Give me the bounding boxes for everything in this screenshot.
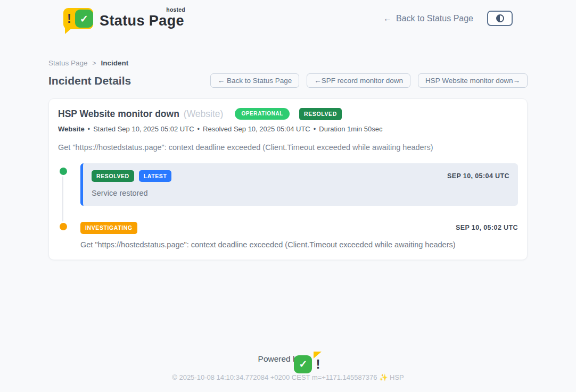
- incident-card: HSP Website monitor down (Website) OPERA…: [48, 98, 528, 260]
- latest-badge: LATEST: [139, 170, 172, 182]
- breadcrumb: Status Page > Incident: [48, 59, 528, 67]
- meta-duration: Duration 1min 50sec: [319, 125, 382, 133]
- logo-exclamation-glyph: !: [67, 11, 71, 26]
- update-message: Service restored: [92, 189, 509, 197]
- next-incident-button[interactable]: HSP Website monitor down→: [418, 73, 528, 88]
- logo-check-square: ✓: [75, 10, 93, 28]
- incident-description: Get "https://hostedstatus.page": context…: [58, 143, 518, 152]
- back-link-label: Back to Status Page: [396, 14, 473, 23]
- meta-component-name: Website: [58, 125, 85, 133]
- back-arrow-icon: ←: [383, 14, 392, 23]
- update-timestamp: SEP 10, 05:02 UTC: [456, 224, 518, 231]
- header-back-to-status-page-link[interactable]: ← Back to Status Page: [383, 14, 473, 23]
- incident-component: (Website): [184, 109, 224, 120]
- incident-timeline: RESOLVED LATEST SEP 10, 05:04 UTC Servic…: [58, 163, 518, 249]
- header: ! ✓ Status Page hosted ← Back to Status …: [0, 0, 576, 29]
- half-circle-contrast-icon: [496, 14, 504, 22]
- meta-bullet: •: [88, 125, 90, 133]
- breadcrumb-status-page[interactable]: Status Page: [48, 59, 88, 67]
- meta-started: Started Sep 10, 2025 05:02 UTC: [93, 125, 194, 133]
- footer: Powered by ! ✓ © 2025-10-08 14:10:34.772…: [48, 354, 528, 381]
- previous-incident-button[interactable]: ←SPF record monitor down: [307, 73, 410, 88]
- app-logo[interactable]: ! ✓ Status Page hosted: [63, 7, 184, 29]
- meta-bullet: •: [198, 125, 200, 133]
- copyright-text: © 2025-10-08 14:10:34.772084 +0200 CEST …: [48, 373, 528, 381]
- logo-text: Status Page: [100, 13, 184, 29]
- timeline-item-investigating: INVESTIGATING SEP 10, 05:02 UTC Get "htt…: [80, 222, 518, 249]
- meta-resolved: Resolved Sep 10, 2025 05:04 UTC: [203, 125, 310, 133]
- meta-bullet: •: [314, 125, 316, 133]
- breadcrumb-incident: Incident: [101, 59, 129, 67]
- incident-title: HSP Website monitor down: [58, 109, 179, 120]
- page-title: Incident Details: [48, 74, 131, 87]
- resolved-status-badge: RESOLVED: [299, 108, 342, 120]
- update-message: Get "https://hostedstatus.page": context…: [80, 240, 518, 249]
- status-page-logo-icon: ! ✓: [63, 8, 93, 29]
- timeline-item-resolved: RESOLVED LATEST SEP 10, 05:04 UTC Servic…: [80, 163, 518, 206]
- footer-logo-icon: ! ✓: [306, 354, 318, 364]
- back-to-status-page-button[interactable]: ← Back to Status Page: [210, 73, 300, 88]
- investigating-badge: INVESTIGATING: [80, 222, 137, 234]
- theme-toggle-button[interactable]: [487, 11, 513, 26]
- incident-nav-buttons: ← Back to Status Page ←SPF record monito…: [210, 73, 528, 88]
- incident-meta: Website • Started Sep 10, 2025 05:02 UTC…: [58, 125, 518, 133]
- update-status-badge: RESOLVED: [92, 170, 134, 182]
- timeline-dot-green: [58, 166, 69, 177]
- powered-by-link[interactable]: Powered by ! ✓: [258, 354, 318, 364]
- operational-status-badge: OPERATIONAL: [235, 108, 290, 120]
- latest-update-box: RESOLVED LATEST SEP 10, 05:04 UTC Servic…: [80, 163, 518, 206]
- logo-superscript: hosted: [166, 6, 185, 13]
- update-timestamp: SEP 10, 05:04 UTC: [447, 172, 509, 180]
- breadcrumb-separator: >: [93, 60, 96, 67]
- logo-check-icon: ✓: [80, 14, 88, 24]
- timeline-dot-orange: [58, 221, 69, 232]
- logo-wordmark: Status Page hosted: [100, 7, 184, 29]
